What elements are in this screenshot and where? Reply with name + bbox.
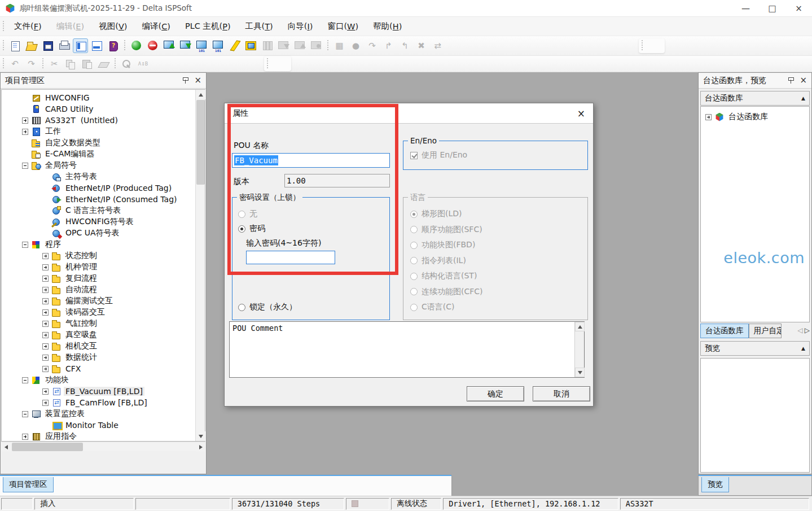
pin-icon[interactable] bbox=[787, 77, 794, 84]
library-tab[interactable]: 用户自定义 bbox=[749, 324, 782, 338]
minimize-button[interactable]: — bbox=[732, 0, 759, 16]
tree-item[interactable]: 全局符号 bbox=[2, 160, 195, 171]
dialog-titlebar[interactable]: 属性 × bbox=[225, 103, 593, 124]
tree-item[interactable]: 状态控制 bbox=[2, 250, 195, 261]
lock-option[interactable]: 锁定（永久） bbox=[238, 302, 297, 312]
expand-icon[interactable] bbox=[42, 298, 49, 304]
simulator-icon[interactable] bbox=[243, 38, 258, 53]
menu-item[interactable]: 视图(V) bbox=[91, 17, 134, 36]
collapse-icon[interactable] bbox=[22, 377, 28, 383]
library-tab[interactable]: 台达函数库 bbox=[700, 324, 749, 338]
tree-item[interactable]: 相机交互 bbox=[2, 340, 195, 352]
tree-item[interactable]: 复归流程 bbox=[2, 273, 195, 284]
tree-item[interactable]: E-CAM编辑器 bbox=[2, 149, 195, 160]
tree-item[interactable]: 自定义数据类型 bbox=[2, 137, 195, 149]
online-mode-icon[interactable] bbox=[129, 38, 144, 53]
scroll-up-icon[interactable] bbox=[575, 322, 585, 331]
pin-icon[interactable] bbox=[182, 77, 188, 84]
tree-item[interactable]: 工作 bbox=[2, 126, 195, 137]
expand-icon[interactable] bbox=[22, 117, 28, 124]
expand-icon[interactable] bbox=[22, 129, 28, 135]
tree-item[interactable]: 气缸控制 bbox=[2, 318, 195, 329]
expander-icon[interactable] bbox=[705, 114, 712, 120]
tree-item[interactable]: 读码器交互 bbox=[2, 307, 195, 318]
scroll-left-icon[interactable] bbox=[1, 442, 11, 452]
menu-item[interactable]: 工具(T) bbox=[238, 17, 280, 36]
tree-item[interactable]: Monitor Table bbox=[2, 420, 195, 431]
expand-icon[interactable] bbox=[42, 264, 49, 270]
tree-item[interactable]: 偏摆测试交互 bbox=[2, 295, 195, 307]
ok-button[interactable]: 确定 bbox=[467, 386, 524, 401]
tree-item[interactable]: 主符号表 bbox=[2, 171, 195, 182]
collapse-icon[interactable]: ▲ bbox=[801, 95, 805, 101]
tree-item[interactable]: 自动流程 bbox=[2, 284, 195, 295]
tabs-next-icon[interactable]: ▷ bbox=[805, 326, 810, 334]
pou-name-input[interactable]: FB_Vacuum bbox=[232, 153, 390, 168]
tree-item[interactable]: 数据统计 bbox=[2, 352, 195, 363]
tab-preview[interactable]: 预览 bbox=[701, 477, 729, 492]
pou-comment-box[interactable]: POU Comment bbox=[229, 321, 585, 378]
tree-item[interactable]: CFX bbox=[2, 363, 195, 374]
maximize-button[interactable]: □ bbox=[759, 0, 785, 16]
tree-item[interactable]: AS332T (Untitled) bbox=[2, 115, 195, 126]
tree-item[interactable]: OPC UA符号表 bbox=[2, 228, 195, 239]
download-program-icon[interactable] bbox=[178, 38, 193, 53]
password-input[interactable] bbox=[246, 251, 335, 264]
expand-icon[interactable] bbox=[42, 388, 49, 395]
expand-icon[interactable] bbox=[42, 366, 49, 372]
panel-close-icon[interactable]: × bbox=[798, 76, 808, 85]
expand-icon[interactable] bbox=[42, 309, 49, 316]
menu-item[interactable]: 向导(I) bbox=[280, 17, 321, 36]
expand-icon[interactable] bbox=[42, 321, 49, 327]
expand-icon[interactable] bbox=[42, 287, 49, 293]
tree-vertical-scrollbar[interactable] bbox=[195, 90, 205, 441]
open-file-icon[interactable] bbox=[24, 38, 39, 53]
radio-icon[interactable] bbox=[238, 225, 245, 233]
preview-section-bar[interactable]: 预览 ▲ bbox=[700, 341, 810, 356]
tree-item[interactable]: 功能块 bbox=[2, 374, 195, 386]
expand-icon[interactable] bbox=[42, 332, 49, 338]
offline-mode-icon[interactable] bbox=[145, 38, 160, 53]
tree-item[interactable]: 真空吸盘 bbox=[2, 329, 195, 340]
tree-item[interactable]: FB_CamFlow [FB,LD] bbox=[2, 397, 195, 408]
quick-edit-icon[interactable] bbox=[227, 38, 242, 53]
device-monitor-icon[interactable] bbox=[210, 38, 226, 53]
scroll-down-icon[interactable] bbox=[575, 368, 585, 377]
print-icon[interactable] bbox=[56, 38, 72, 53]
scroll-right-icon[interactable] bbox=[196, 442, 205, 452]
collapse-icon[interactable] bbox=[22, 242, 28, 248]
library-root-node[interactable]: 台达函数库 bbox=[701, 111, 809, 123]
expand-icon[interactable] bbox=[42, 400, 49, 406]
expand-icon[interactable] bbox=[42, 355, 49, 361]
tree-item[interactable]: 机种管理 bbox=[2, 261, 195, 273]
window-split-icon[interactable] bbox=[73, 38, 88, 53]
menu-item[interactable]: 文件(F) bbox=[7, 17, 49, 36]
tree-item[interactable]: EtherNet/IP (Produced Tag) bbox=[2, 182, 195, 194]
expand-icon[interactable] bbox=[22, 434, 28, 440]
expand-icon[interactable] bbox=[42, 253, 49, 259]
dialog-close-icon[interactable]: × bbox=[577, 108, 585, 119]
scrollbar-thumb[interactable] bbox=[196, 100, 205, 185]
tree-item[interactable]: 应用指令 bbox=[2, 431, 195, 442]
panel-close-icon[interactable]: × bbox=[193, 76, 203, 85]
tree-item[interactable]: HWCONFIG bbox=[2, 92, 195, 103]
comment-scrollbar[interactable] bbox=[574, 322, 584, 377]
tree-item[interactable]: EtherNet/IP (Consumed Tag) bbox=[2, 194, 195, 205]
tab-project-management[interactable]: 项目管理区 bbox=[3, 477, 54, 492]
save-file-icon[interactable] bbox=[40, 38, 55, 53]
scroll-down-icon[interactable] bbox=[196, 431, 205, 441]
library-section-bar[interactable]: 台达函数库 ▲ bbox=[700, 91, 810, 106]
scroll-up-icon[interactable] bbox=[196, 90, 205, 99]
help-book-icon[interactable] bbox=[106, 38, 121, 53]
tabs-prev-icon[interactable]: ◁ bbox=[798, 326, 803, 334]
collapse-icon[interactable]: ▲ bbox=[801, 346, 805, 351]
tree-item[interactable]: FB_Vacuum [FB,LD] bbox=[2, 386, 195, 397]
new-file-icon[interactable] bbox=[7, 38, 23, 53]
radio-icon[interactable] bbox=[238, 304, 245, 311]
cancel-button[interactable]: 取消 bbox=[533, 386, 590, 401]
tree-item[interactable]: CARD Utility bbox=[2, 103, 195, 115]
menu-item[interactable]: PLC 主机(P) bbox=[178, 17, 238, 36]
scrollbar-thumb[interactable] bbox=[12, 443, 83, 451]
menu-item[interactable]: 编译(C) bbox=[134, 17, 177, 36]
tree-horizontal-scrollbar[interactable] bbox=[1, 442, 205, 451]
